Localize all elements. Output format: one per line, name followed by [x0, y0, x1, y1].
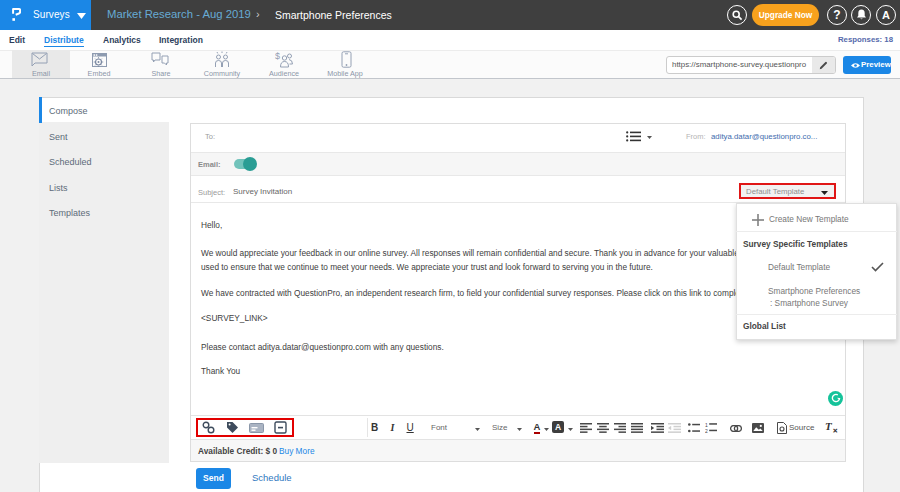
- svg-text:1: 1: [705, 422, 708, 428]
- svg-text:2: 2: [705, 428, 708, 434]
- svg-text:$: $: [275, 51, 280, 61]
